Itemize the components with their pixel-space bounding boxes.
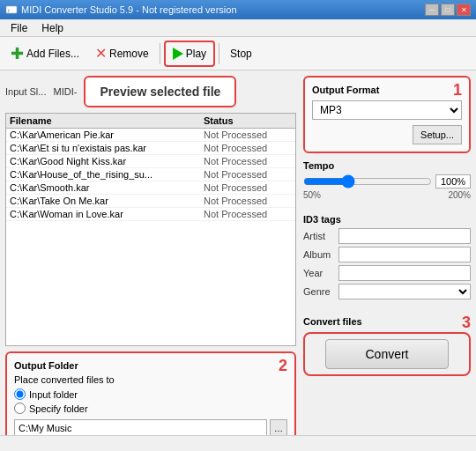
radio-input-folder-label: Input folder — [29, 389, 78, 400]
file-table-header: Filename Status — [6, 114, 295, 129]
id3-album-label: Album — [303, 249, 335, 260]
file-status-cell: Not Processed — [204, 143, 292, 153]
convert-btn-wrap: Convert — [303, 332, 471, 376]
convert-section: Convert files 3 Convert — [303, 316, 471, 376]
id3-genre-row: Genre — [303, 284, 471, 299]
output-folder-step-number: 2 — [279, 357, 287, 375]
play-label: Play — [186, 48, 206, 60]
menu-bar: File Help — [0, 19, 476, 37]
close-button[interactable]: ✕ — [457, 4, 471, 16]
convert-button[interactable]: Convert — [325, 339, 449, 369]
folder-input-row: … — [14, 419, 287, 437]
table-row[interactable]: C:\Kar\House_of_the_rising_su...Not Proc… — [6, 168, 295, 181]
file-name-cell: C:\Kar\Good Night Kiss.kar — [10, 156, 204, 166]
file-status-cell: Not Processed — [204, 196, 292, 206]
radio-input-folder[interactable]: Input folder — [14, 388, 115, 400]
tempo-min-label: 50% — [303, 190, 321, 200]
svg-text:♪: ♪ — [7, 7, 11, 13]
id3-year-label: Year — [303, 268, 335, 278]
id3-album-input[interactable] — [338, 247, 471, 262]
tempo-section: Tempo 100% 50% 200% — [303, 160, 471, 200]
toolbar: ✚ Add Files... ✕ Remove Play Stop — [0, 37, 476, 70]
left-panel: Input Sl... MIDI- Preview selected file … — [5, 76, 296, 446]
add-icon: ✚ — [11, 44, 24, 63]
play-button[interactable]: Play — [164, 41, 215, 67]
app-icon: ♪ — [5, 4, 18, 16]
maximize-button[interactable]: □ — [441, 4, 455, 16]
radio-input-folder-input[interactable] — [14, 388, 26, 400]
output-folder-box: Output Folder Place converted files to I… — [5, 351, 296, 446]
file-rows: C:\Kar\American Pie.karNot ProcessedC:\K… — [6, 129, 295, 221]
remove-icon: ✕ — [95, 45, 107, 62]
file-status-cell: Not Processed — [204, 209, 292, 219]
status-bar — [0, 435, 476, 451]
toolbar-separator-1 — [160, 43, 160, 64]
table-row[interactable]: C:\Kar\American Pie.karNot Processed — [6, 129, 295, 142]
id3-year-row: Year — [303, 265, 471, 281]
window-title: MIDI Converter Studio 5.9 - Not register… — [21, 4, 237, 15]
file-name-cell: C:\Kar\American Pie.kar — [10, 129, 204, 140]
file-name-cell: C:\Kar\House_of_the_rising_su... — [10, 169, 204, 180]
id3-year-input[interactable] — [338, 265, 471, 281]
tempo-slider[interactable] — [303, 174, 432, 189]
convert-files-label: Convert files — [303, 316, 362, 327]
input-slot-label: Input Sl... — [5, 86, 46, 97]
menu-file[interactable]: File — [4, 20, 34, 36]
file-name-cell: C:\Kar\Et si tu n'existais pas.kar — [10, 143, 204, 153]
table-row[interactable]: C:\Kar\Woman in Love.karNot Processed — [6, 208, 295, 221]
file-status-cell: Not Processed — [204, 169, 292, 180]
table-row[interactable]: C:\Kar\Smooth.karNot Processed — [6, 181, 295, 195]
stop-label: Stop — [230, 48, 252, 60]
table-row[interactable]: C:\Kar\Good Night Kiss.karNot Processed — [6, 155, 295, 168]
radio-specify-folder[interactable]: Specify folder — [14, 403, 115, 414]
setup-button[interactable]: Setup... — [413, 125, 462, 144]
file-name-cell: C:\Kar\Smooth.kar — [10, 182, 204, 193]
tempo-slider-row: 100% — [303, 174, 471, 189]
folder-browse-button[interactable]: … — [270, 419, 287, 437]
output-folder-desc: Place converted files to — [14, 374, 115, 385]
format-select-row: MP3 WAV OGG FLAC AAC — [312, 100, 462, 120]
col-filename-header: Filename — [10, 115, 204, 126]
add-files-label: Add Files... — [26, 48, 79, 60]
convert-step-number: 3 — [462, 314, 471, 332]
radio-specify-folder-label: Specify folder — [29, 403, 88, 414]
id3-artist-row: Artist — [303, 228, 471, 244]
preview-banner: Preview selected file — [84, 76, 236, 107]
tempo-value: 100% — [435, 174, 471, 189]
output-format-step-number: 1 — [453, 81, 462, 100]
tempo-labels: 50% 200% — [303, 190, 471, 200]
radio-group: Input folder Specify folder — [14, 388, 115, 414]
remove-button[interactable]: ✕ Remove — [88, 41, 156, 67]
id3-section: ID3 tags Artist Album Year Genre — [303, 214, 471, 302]
add-files-button[interactable]: ✚ Add Files... — [4, 41, 86, 67]
output-format-box: Output Format 1 MP3 WAV OGG FLAC AAC Set… — [303, 76, 471, 153]
id3-album-row: Album — [303, 247, 471, 262]
tempo-label: Tempo — [303, 160, 471, 171]
id3-genre-label: Genre — [303, 286, 335, 297]
id3-artist-label: Artist — [303, 231, 335, 241]
output-format-title: Output Format — [312, 85, 379, 95]
right-panel: Output Format 1 MP3 WAV OGG FLAC AAC Set… — [303, 76, 471, 446]
radio-specify-folder-input[interactable] — [14, 403, 26, 414]
file-status-cell: Not Processed — [204, 129, 292, 140]
file-status-cell: Not Processed — [204, 182, 292, 193]
midi-label: MIDI- — [53, 86, 77, 97]
output-folder-title: Output Folder — [14, 360, 115, 371]
id3-genre-select[interactable] — [338, 284, 471, 299]
folder-path-input[interactable] — [14, 419, 267, 437]
menu-help[interactable]: Help — [34, 20, 71, 36]
col-status-header: Status — [204, 115, 292, 126]
table-row[interactable]: C:\Kar\Take On Me.karNot Processed — [6, 195, 295, 208]
toolbar-separator-2 — [219, 43, 219, 64]
format-select[interactable]: MP3 WAV OGG FLAC AAC — [312, 100, 462, 120]
remove-label: Remove — [109, 48, 149, 60]
stop-button[interactable]: Stop — [223, 41, 259, 67]
file-name-cell: C:\Kar\Take On Me.kar — [10, 196, 204, 206]
table-row[interactable]: C:\Kar\Et si tu n'existais pas.karNot Pr… — [6, 142, 295, 155]
tempo-max-label: 200% — [448, 190, 471, 200]
id3-artist-input[interactable] — [338, 228, 471, 244]
play-icon — [173, 48, 183, 60]
minimize-button[interactable]: ─ — [425, 4, 439, 16]
file-table[interactable]: Filename Status C:\Kar\American Pie.karN… — [5, 113, 296, 346]
title-bar: ♪ MIDI Converter Studio 5.9 - Not regist… — [0, 0, 476, 19]
